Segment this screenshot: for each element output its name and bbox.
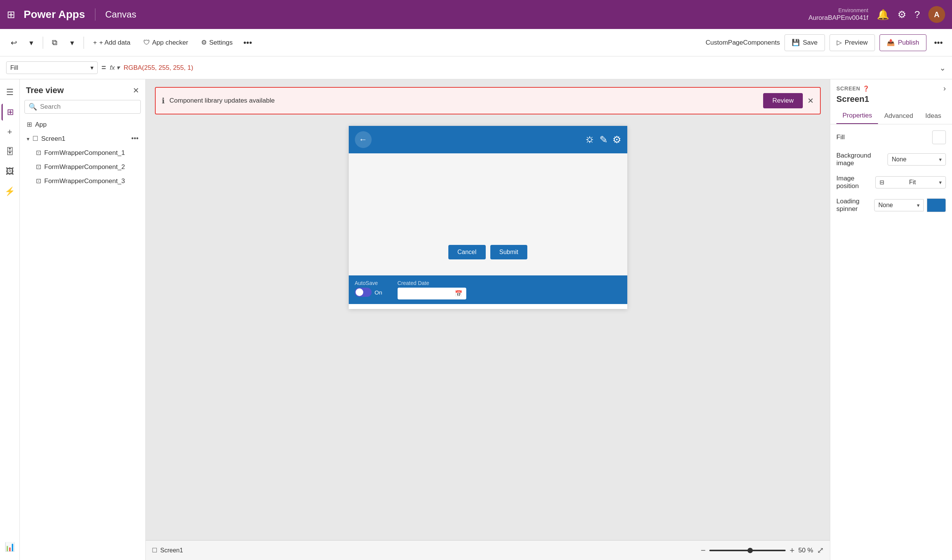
fill-color-swatch[interactable] (932, 130, 946, 144)
canvas-frame: ← ⛭ ✎ ⚙ Cancel Submit A (349, 126, 627, 309)
app-button-row: Cancel Submit (356, 237, 620, 266)
screen1-more-button[interactable]: ••• (131, 135, 139, 143)
toggle-thumb (356, 288, 363, 296)
publish-button[interactable]: 📤 Publish (880, 34, 926, 51)
back-arrow-icon: ← (359, 135, 367, 145)
save-button[interactable]: 💾 Save (784, 34, 825, 51)
screen1-chevron-icon[interactable]: ▾ (27, 136, 29, 142)
undo-dropdown-button[interactable]: ▾ (24, 35, 39, 50)
image-position-dropdown[interactable]: ⊟ Fit ▾ (875, 176, 946, 188)
fx-dropdown-icon[interactable]: ▾ (116, 64, 120, 72)
preview-button[interactable]: ▷ Preview (830, 34, 875, 51)
tree-item-app[interactable]: ⊞ App (23, 117, 142, 132)
tree-header: Tree view ✕ (20, 79, 145, 98)
save-icon: 💾 (792, 39, 800, 47)
page-label: CustomPageComponents (706, 39, 780, 47)
canvas-screen-label: Screen1 (160, 547, 183, 554)
loading-spinner-value-box: None ▾ (874, 198, 946, 212)
sidebar-data-icon[interactable]: 🗄 (2, 143, 18, 160)
tree-item-form1[interactable]: ⊡ FormWrapperComponent_1 (32, 146, 142, 160)
background-image-dropdown[interactable]: None ▾ (888, 153, 946, 166)
image-position-row: Image position ⊟ Fit ▾ (836, 175, 946, 190)
app-checker-label: App checker (152, 39, 188, 47)
loading-spinner-label: Loading spinner (836, 198, 874, 213)
form1-component-icon: ⊡ (36, 149, 41, 157)
sidebar-variables-icon[interactable]: 📊 (2, 539, 18, 555)
notification-info-icon: ℹ (162, 96, 165, 105)
background-image-row: Background image None ▾ (836, 152, 946, 167)
calendar-icon[interactable]: 📅 (455, 290, 462, 297)
formula-bar: Fill ▾ = fx ▾ ⌄ (0, 56, 952, 79)
toolbar-overflow-button[interactable]: ••• (931, 36, 946, 49)
formula-input[interactable] (124, 64, 936, 72)
created-date-field: Created Date 📅 (398, 280, 466, 299)
app-cancel-button[interactable]: Cancel (448, 245, 486, 259)
help-icon[interactable]: ? (915, 9, 920, 21)
app-submit-button[interactable]: Submit (490, 245, 528, 259)
notification-close-button[interactable]: ✕ (807, 96, 814, 105)
add-data-button[interactable]: + + Add data (88, 34, 136, 51)
screen-help-icon[interactable]: ❓ (863, 85, 870, 92)
loading-spinner-dropdown[interactable]: None ▾ (874, 199, 924, 211)
sidebar-insert-icon[interactable]: + (2, 124, 18, 140)
formula-property-label: Fill (10, 64, 18, 71)
notifications-icon[interactable]: 🔔 (877, 9, 889, 21)
date-input[interactable]: 📅 (398, 288, 466, 299)
checker-icon: 🛡 (143, 39, 150, 47)
sidebar-home-icon[interactable]: ☰ (2, 84, 18, 101)
screen1-title: Screen1 (830, 93, 952, 108)
tab-advanced[interactable]: Advanced (878, 108, 919, 124)
preview-label: Preview (845, 39, 868, 47)
copy-button[interactable]: ⧉ (47, 35, 62, 50)
tree-search-box[interactable]: 🔍 (24, 100, 141, 114)
form3-component-icon: ⊡ (36, 177, 41, 185)
canvas-mode-label: Canvas (105, 9, 136, 20)
zoom-slider[interactable] (709, 550, 786, 551)
toolbar-more-button[interactable]: ••• (240, 36, 255, 49)
environment-info: Environment AuroraBAPEnv0041f (809, 7, 868, 22)
app-footer-bar: AutoSave On Created Date 📅 (349, 275, 627, 304)
avatar[interactable]: A (928, 6, 945, 23)
autosave-toggle[interactable]: On (355, 288, 382, 297)
zoom-out-button[interactable]: − (701, 546, 706, 555)
zoom-in-button[interactable]: + (789, 546, 794, 555)
settings-label: Settings (209, 39, 232, 47)
waffle-icon[interactable]: ⊞ (7, 9, 15, 21)
right-panel-expand-button[interactable]: › (943, 84, 946, 93)
toolbar-divider-1 (43, 37, 43, 49)
toggle-track[interactable] (355, 288, 372, 297)
sidebar-media-icon[interactable]: 🖼 (2, 163, 18, 180)
settings-button[interactable]: ⚙ Settings (196, 34, 238, 51)
notification-review-button[interactable]: Review (763, 93, 803, 108)
app-checker-button[interactable]: 🛡 App checker (138, 34, 194, 51)
tree-item-form3-label: FormWrapperComponent_3 (44, 177, 125, 185)
sidebar-treeview-icon[interactable]: ⊞ (2, 104, 18, 121)
sidebar-power-automate-icon[interactable]: ⚡ (2, 183, 18, 200)
undo-button[interactable]: ↩ (6, 35, 21, 50)
app-back-button[interactable]: ← (355, 131, 372, 148)
app-filter-icon[interactable]: ⛭ (585, 134, 595, 146)
formula-property-selector[interactable]: Fill ▾ (6, 61, 98, 74)
app-gear-icon[interactable]: ⚙ (612, 134, 621, 146)
copy-dropdown-button[interactable]: ▾ (64, 35, 80, 50)
preview-icon: ▷ (837, 39, 842, 47)
tab-ideas[interactable]: Ideas (919, 108, 947, 124)
tree-item-form3[interactable]: ⊡ FormWrapperComponent_3 (32, 174, 142, 188)
settings-gear-icon: ⚙ (201, 39, 207, 47)
right-panel-header: SCREEN ❓ › (830, 79, 952, 93)
add-data-label: + Add data (99, 39, 130, 47)
created-date-label: Created Date (398, 280, 466, 286)
formula-expand-icon[interactable]: ⌄ (939, 63, 946, 72)
expand-canvas-button[interactable]: ⤢ (817, 546, 824, 555)
loading-spinner-color-swatch[interactable] (927, 198, 946, 212)
tab-properties[interactable]: Properties (836, 108, 878, 124)
tree-item-form2[interactable]: ⊡ FormWrapperComponent_2 (32, 160, 142, 174)
publish-icon: 📤 (887, 39, 895, 47)
tree-close-button[interactable]: ✕ (133, 86, 139, 95)
tree-item-screen1[interactable]: ▾ ☐ Screen1 ••• (23, 132, 142, 146)
settings-icon[interactable]: ⚙ (897, 9, 906, 21)
save-label: Save (803, 39, 818, 47)
tree-search-input[interactable] (40, 103, 137, 111)
zoom-slider-thumb[interactable] (747, 548, 753, 553)
app-edit-icon[interactable]: ✎ (599, 134, 608, 146)
